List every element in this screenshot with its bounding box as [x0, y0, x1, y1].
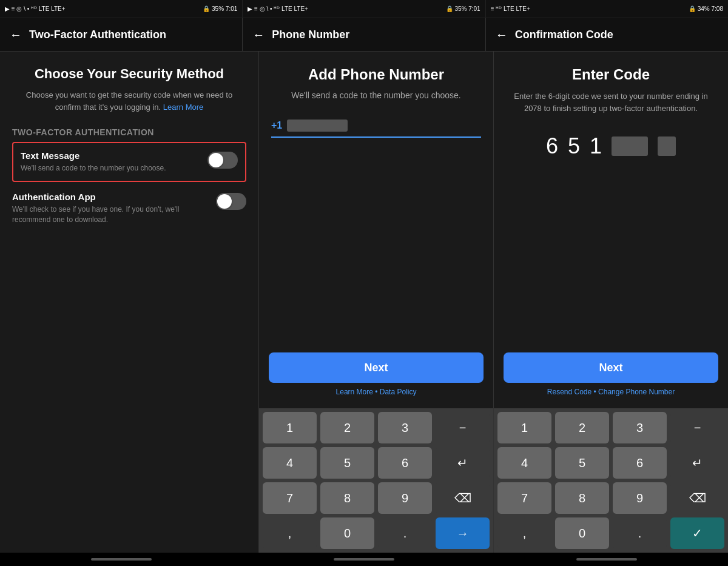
- nav-bars: ← Two-Factor Authentication ← Phone Numb…: [0, 18, 728, 52]
- text-message-title: Text Message: [21, 150, 200, 161]
- learn-more-link[interactable]: Learn More: [163, 103, 203, 112]
- panel-tfa: Choose Your Security Method Choose you w…: [0, 52, 259, 553]
- keyboard-phone: 1 2 3 − 4 5 6 ↵ 7 8 9 ⌫ , 0 . →: [259, 408, 493, 553]
- country-code: +1: [271, 120, 282, 131]
- key-9[interactable]: 9: [378, 482, 432, 514]
- back-button-1[interactable]: ←: [10, 28, 22, 42]
- back-button-2[interactable]: ←: [252, 28, 265, 42]
- panel-code: Enter Code Enter the 6-digit code we sen…: [494, 52, 728, 553]
- phone-input-row[interactable]: +1: [271, 120, 481, 138]
- home-indicator-3: [485, 553, 728, 566]
- panel1-heading: Choose Your Security Method: [12, 66, 246, 82]
- keyboard-row-3: 7 8 9 ⌫: [263, 482, 490, 514]
- key-8[interactable]: 8: [320, 482, 374, 514]
- key-6[interactable]: 6: [378, 447, 432, 479]
- toggle-knob-2: [217, 194, 232, 209]
- key-c-backspace[interactable]: ⌫: [670, 482, 724, 514]
- key-c2[interactable]: 2: [555, 412, 609, 443]
- key-1[interactable]: 1: [263, 412, 317, 443]
- key-c6[interactable]: 6: [613, 447, 667, 479]
- key-0[interactable]: 0: [320, 517, 374, 549]
- resend-links[interactable]: Resend Code • Change Phone Number: [504, 388, 718, 396]
- key-period[interactable]: .: [378, 517, 432, 549]
- main-content: Choose Your Security Method Choose you w…: [0, 52, 728, 553]
- key-c-enter[interactable]: ↵: [670, 447, 724, 479]
- panel2-bottom: Next Learn More • Data Policy: [259, 345, 493, 408]
- keyboard-row-1: 1 2 3 −: [263, 412, 490, 443]
- auth-app-text: Authentication App We'll check to see if…: [12, 192, 209, 225]
- key-c9[interactable]: 9: [613, 482, 667, 514]
- nav-title-2: Phone Number: [272, 29, 349, 41]
- code-display: 6 5 1: [506, 133, 716, 159]
- status-bar-3: ≡ ᴴᴰ LTE LTE+ 🔒 34% 7:08: [486, 0, 728, 18]
- key-minus[interactable]: −: [436, 412, 490, 443]
- status-left-2: ▶ ≡ ◎ \ • ᴴᴰ LTE LTE+: [248, 5, 308, 12]
- next-button-code[interactable]: Next: [504, 352, 718, 383]
- status-bar-1: ▶ ≡ ◎ \ • ᴴᴰ LTE LTE+ 🔒 35% 7:01: [0, 0, 243, 18]
- phone-number-placeholder: [287, 120, 348, 132]
- key-c5[interactable]: 5: [555, 447, 609, 479]
- key-3[interactable]: 3: [378, 412, 432, 443]
- key-comma[interactable]: ,: [263, 517, 317, 549]
- key-c3[interactable]: 3: [613, 412, 667, 443]
- key-arrow-right[interactable]: →: [436, 517, 490, 549]
- key-5[interactable]: 5: [320, 447, 374, 479]
- add-phone-sub: We'll send a code to the number you choo…: [271, 90, 481, 100]
- keyboard-code: 1 2 3 − 4 5 6 ↵ 7 8 9 ⌫ , 0 . ✓: [494, 408, 728, 553]
- auth-app-desc: We'll check to see if you have one. If y…: [12, 204, 209, 225]
- auth-app-toggle[interactable]: [216, 193, 246, 210]
- code-digit-3: 1: [590, 133, 602, 159]
- key-c-check[interactable]: ✓: [670, 517, 724, 549]
- status-left-3: ≡ ᴴᴰ LTE LTE+: [491, 5, 530, 12]
- home-bar-2: [334, 558, 394, 561]
- home-bar-1: [91, 558, 152, 561]
- panel3-bottom: Next Resend Code • Change Phone Number: [494, 345, 728, 408]
- keyboard-row-c2: 4 5 6 ↵: [497, 447, 724, 479]
- status-bar-2: ▶ ≡ ◎ \ • ᴴᴰ LTE LTE+ 🔒 35% 7:01: [243, 0, 485, 18]
- home-indicators: [0, 553, 728, 566]
- nav-title-1: Two-Factor Authentication: [29, 29, 166, 41]
- text-message-option[interactable]: Text Message We'll send a code to the nu…: [12, 142, 246, 182]
- nav-title-3: Confirmation Code: [515, 29, 613, 41]
- status-right-3: 🔒 34% 7:08: [689, 5, 723, 12]
- key-2[interactable]: 2: [320, 412, 374, 443]
- next-button-phone[interactable]: Next: [269, 352, 484, 383]
- key-c8[interactable]: 8: [555, 482, 609, 514]
- key-backspace[interactable]: ⌫: [436, 482, 490, 514]
- code-digit-1: 6: [546, 133, 558, 159]
- back-button-3[interactable]: ←: [496, 28, 508, 42]
- panel2-content: Add Phone Number We'll send a code to th…: [259, 52, 493, 345]
- enter-code-title: Enter Code: [506, 66, 716, 83]
- home-indicator-1: [0, 553, 243, 566]
- status-left-1: ▶ ≡ ◎ \ • ᴴᴰ LTE LTE+: [5, 5, 66, 12]
- keyboard-row-4: , 0 . →: [263, 517, 490, 549]
- panel3-content: Enter Code Enter the 6-digit code we sen…: [494, 52, 728, 345]
- text-message-text: Text Message We'll send a code to the nu…: [21, 150, 200, 174]
- text-message-toggle[interactable]: [207, 152, 238, 169]
- code-placeholder-1: [612, 136, 648, 156]
- section-label: Two-Factor Authentication: [12, 127, 246, 137]
- add-phone-title: Add Phone Number: [271, 66, 481, 83]
- key-7[interactable]: 7: [263, 482, 317, 514]
- home-bar-3: [576, 558, 637, 561]
- keyboard-row-c4: , 0 . ✓: [497, 517, 724, 549]
- phone-bottom-links[interactable]: Learn More • Data Policy: [269, 388, 484, 396]
- key-c-minus[interactable]: −: [670, 412, 724, 443]
- keyboard-row-2: 4 5 6 ↵: [263, 447, 490, 479]
- nav-bar-1: ← Two-Factor Authentication: [0, 18, 243, 51]
- keyboard-row-c3: 7 8 9 ⌫: [497, 482, 724, 514]
- key-4[interactable]: 4: [263, 447, 317, 479]
- key-c7[interactable]: 7: [497, 482, 551, 514]
- key-c1[interactable]: 1: [497, 412, 551, 443]
- text-message-desc: We'll send a code to the number you choo…: [21, 163, 200, 174]
- key-c-period[interactable]: .: [613, 517, 667, 549]
- toggle-knob-1: [209, 153, 223, 167]
- key-c4[interactable]: 4: [497, 447, 551, 479]
- key-c-comma[interactable]: ,: [497, 517, 551, 549]
- auth-app-option[interactable]: Authentication App We'll check to see if…: [12, 184, 246, 232]
- key-enter[interactable]: ↵: [436, 447, 490, 479]
- key-c0[interactable]: 0: [555, 517, 609, 549]
- enter-code-sub: Enter the 6-digit code we sent to your n…: [506, 90, 716, 114]
- status-right-1: 🔒 35% 7:01: [203, 5, 237, 12]
- keyboard-row-c1: 1 2 3 −: [497, 412, 724, 443]
